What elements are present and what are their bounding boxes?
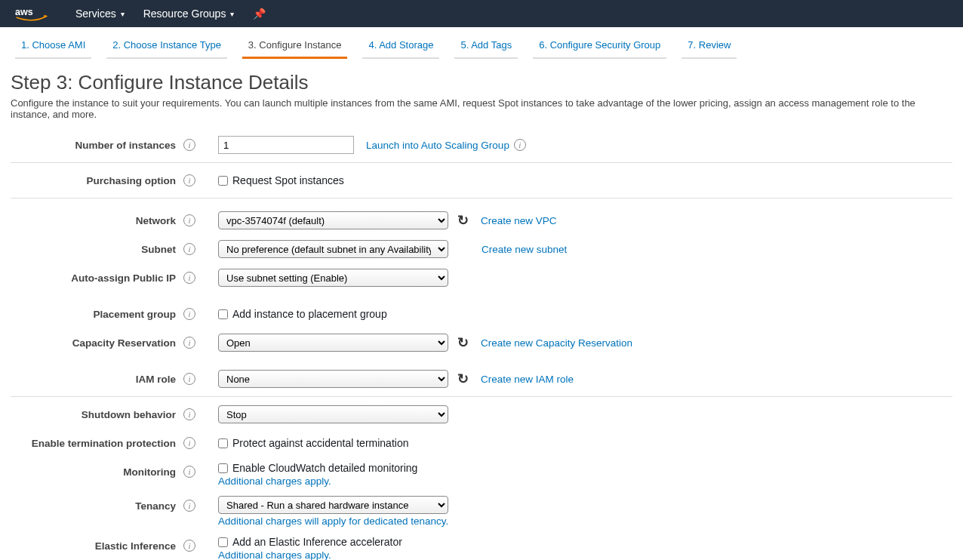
label-tenancy: Tenancy [135,500,176,512]
info-icon[interactable]: i [183,174,195,186]
nav-services[interactable]: Services ▾ [75,8,125,20]
row-tenancy: Tenancy i Shared - Run a shared hardware… [11,491,952,531]
subnet-select[interactable]: No preference (default subnet in any Ava… [218,240,448,258]
label-purchasing-option: Purchasing option [86,175,176,186]
tab-configure-security-group[interactable]: 6. Configure Security Group [533,35,666,59]
row-network: Network i vpc-3574074f (default) ↻ Creat… [11,206,952,235]
separator [11,162,952,163]
row-subnet: Subnet i No preference (default subnet i… [11,235,952,263]
info-icon[interactable]: i [183,214,195,226]
label-number-of-instances: Number of instances [75,140,176,151]
elastic-inference-charges-link[interactable]: Additional charges apply. [218,549,952,560]
tab-choose-ami[interactable]: 1. Choose AMI [15,35,91,59]
spot-checkbox-label[interactable]: Request Spot instances [218,174,344,186]
row-number-of-instances: Number of instances i Launch into Auto S… [11,131,952,159]
nav-services-label: Services [75,8,116,20]
capacity-reservation-select[interactable]: Open [218,334,448,352]
page-subtitle: Configure the instance to suit your requ… [11,97,952,120]
create-capacity-link[interactable]: Create new Capacity Reservation [481,337,632,349]
row-purchasing-option: Purchasing option i Request Spot instanc… [11,166,952,195]
spot-checkbox-text: Request Spot instances [232,174,344,186]
network-select[interactable]: vpc-3574074f (default) [218,211,448,229]
separator [11,198,952,198]
label-monitoring: Monitoring [123,466,176,478]
label-shutdown-behavior: Shutdown behavior [82,409,176,420]
wizard-tabs: 1. Choose AMI 2. Choose Instance Type 3.… [0,27,963,59]
info-icon[interactable]: i [183,408,195,420]
row-placement-group: Placement group i Add instance to placem… [11,300,952,328]
tab-choose-instance-type[interactable]: 2. Choose Instance Type [106,35,227,59]
elastic-inference-checkbox-text: Add an Elastic Inference accelerator [232,536,402,548]
launch-asg-link[interactable]: Launch into Auto Scaling Group [366,140,509,151]
info-icon[interactable]: i [183,337,195,349]
info-icon[interactable]: i [514,139,526,151]
monitoring-charges-link[interactable]: Additional charges apply. [218,475,952,487]
number-of-instances-input[interactable] [218,136,354,154]
tenancy-select[interactable]: Shared - Run a shared hardware instance [218,496,448,514]
iam-role-select[interactable]: None [218,370,448,388]
auto-public-ip-select[interactable]: Use subnet setting (Enable) [218,269,448,287]
row-auto-public-ip: Auto-assign Public IP i Use subnet setti… [11,263,952,292]
termination-checkbox-text: Protect against accidental termination [232,437,408,449]
top-nav: aws Services ▾ Resource Groups ▾ 📌 [0,0,963,27]
tenancy-charges-link[interactable]: Additional charges will apply for dedica… [218,515,952,527]
page-title: Step 3: Configure Instance Details [11,71,952,94]
label-placement-group: Placement group [93,309,176,320]
caret-down-icon: ▾ [121,10,125,18]
create-subnet-link[interactable]: Create new subnet [482,244,567,255]
termination-checkbox-label[interactable]: Protect against accidental termination [218,437,408,449]
label-elastic-inference: Elastic Inference [95,540,176,552]
info-icon[interactable]: i [183,466,195,478]
info-icon[interactable]: i [183,272,195,284]
label-termination-protection: Enable termination protection [32,438,176,449]
row-elastic-inference: Elastic Inference i Add an Elastic Infer… [11,531,952,560]
info-icon[interactable]: i [183,437,195,449]
create-vpc-link[interactable]: Create new VPC [481,215,557,226]
pin-icon[interactable]: 📌 [253,8,266,20]
info-icon[interactable]: i [183,540,195,552]
nav-resource-groups[interactable]: Resource Groups ▾ [143,8,235,20]
svg-text:aws: aws [15,7,33,17]
refresh-icon[interactable]: ↻ [457,334,469,351]
placement-checkbox-text: Add instance to placement group [232,308,387,320]
placement-checkbox[interactable] [218,309,228,319]
label-iam-role: IAM role [136,374,176,385]
row-termination-protection: Enable termination protection i Protect … [11,429,952,457]
monitoring-checkbox-label[interactable]: Enable CloudWatch detailed monitoring [218,462,952,474]
label-subnet: Subnet [141,244,176,255]
nav-resource-groups-label: Resource Groups [143,8,226,20]
monitoring-checkbox[interactable] [218,463,228,473]
info-icon[interactable]: i [183,308,195,320]
tab-add-storage[interactable]: 4. Add Storage [362,35,439,59]
termination-protection-checkbox[interactable] [218,438,228,448]
elastic-inference-checkbox[interactable] [218,537,228,547]
tab-configure-instance[interactable]: 3. Configure Instance [242,35,348,59]
label-capacity-reservation: Capacity Reservation [72,337,176,349]
row-iam-role: IAM role i None ↻ Create new IAM role [11,365,952,393]
label-auto-public-ip: Auto-assign Public IP [71,272,176,284]
placement-checkbox-label[interactable]: Add instance to placement group [218,308,387,320]
tab-review[interactable]: 7. Review [681,35,737,59]
info-icon[interactable]: i [183,139,195,151]
monitoring-checkbox-text: Enable CloudWatch detailed monitoring [232,462,417,474]
refresh-icon[interactable]: ↻ [457,212,469,229]
info-icon[interactable]: i [183,243,195,255]
row-shutdown-behavior: Shutdown behavior i Stop [11,400,952,429]
aws-logo[interactable]: aws [15,6,53,21]
request-spot-checkbox[interactable] [218,176,228,186]
shutdown-select[interactable]: Stop [218,405,448,423]
caret-down-icon: ▾ [230,10,234,18]
row-capacity-reservation: Capacity Reservation i Open ↻ Create new… [11,328,952,357]
label-network: Network [136,215,176,226]
create-iam-link[interactable]: Create new IAM role [481,374,574,385]
separator [11,396,952,397]
info-icon[interactable]: i [183,373,195,385]
row-monitoring: Monitoring i Enable CloudWatch detailed … [11,457,952,491]
refresh-icon[interactable]: ↻ [457,371,469,387]
info-icon[interactable]: i [183,500,195,512]
elastic-inference-checkbox-label[interactable]: Add an Elastic Inference accelerator [218,536,952,548]
page-body: Step 3: Configure Instance Details Confi… [0,59,963,560]
tab-add-tags[interactable]: 5. Add Tags [454,35,518,59]
